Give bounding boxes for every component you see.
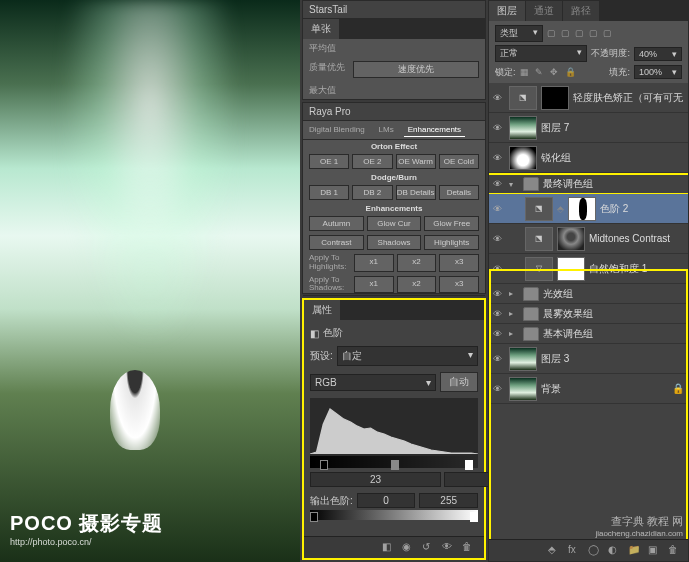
layer-mask-thumbnail[interactable] <box>557 227 585 251</box>
histogram[interactable] <box>310 398 478 468</box>
disclosure-triangle[interactable]: ▾ <box>509 180 519 189</box>
layer-name[interactable]: 基本调色组 <box>543 327 684 341</box>
visibility-toggle[interactable] <box>493 288 505 300</box>
white-point-handle[interactable] <box>465 460 473 470</box>
layer-item[interactable]: 锐化组 <box>489 143 688 173</box>
visibility-toggle[interactable] <box>493 383 505 395</box>
layer-group[interactable]: ▸光效组 <box>489 284 688 304</box>
layer-name[interactable]: 图层 7 <box>541 121 684 135</box>
rayapro-tab[interactable]: Enhancements <box>404 123 465 137</box>
rayapro-multiplier-button[interactable]: x3 <box>439 254 479 272</box>
layer-mask-thumbnail[interactable] <box>557 257 585 281</box>
disclosure-triangle[interactable]: ▸ <box>509 309 519 318</box>
adjustment-icon[interactable]: ◐ <box>608 544 622 558</box>
layer-thumbnail[interactable]: ⬔ <box>509 86 537 110</box>
layer-filter-txt-icon[interactable]: ▢ <box>575 28 586 39</box>
rayapro-button[interactable]: Contrast <box>309 235 364 250</box>
layer-item[interactable]: 图层 3 <box>489 344 688 374</box>
visibility-toggle[interactable] <box>493 328 505 340</box>
mask-icon[interactable]: ◯ <box>588 544 602 558</box>
output-white-handle[interactable] <box>470 512 478 522</box>
rayapro-button[interactable]: Details <box>439 185 479 200</box>
layer-thumbnail[interactable]: ⬔ <box>525 227 553 251</box>
layer-filter-shape-icon[interactable]: ▢ <box>589 28 600 39</box>
fill-input[interactable]: 100% ▾ <box>634 65 682 79</box>
layer-name[interactable]: 色阶 2 <box>600 202 684 216</box>
layer-item[interactable]: 图层 7 <box>489 113 688 143</box>
rayapro-button[interactable]: DB Details <box>396 185 436 200</box>
layer-group[interactable]: ▸基本调色组 <box>489 324 688 344</box>
auto-button[interactable]: 自动 <box>440 372 478 392</box>
layer-name[interactable]: 自然饱和度 1 <box>589 262 684 276</box>
visibility-toggle[interactable] <box>493 263 505 275</box>
starstail-button[interactable]: 速度优先 <box>353 61 479 78</box>
layers-panel-tab[interactable]: 图层 <box>489 1 526 21</box>
visibility-toggle[interactable] <box>493 308 505 320</box>
lock-all-icon[interactable]: 🔒 <box>565 67 576 78</box>
layer-name[interactable]: 最终调色组 <box>543 177 684 191</box>
layer-name[interactable]: 晨雾效果组 <box>543 307 684 321</box>
rayapro-button[interactable]: OE 1 <box>309 154 349 169</box>
opacity-input[interactable]: 40% ▾ <box>634 47 682 61</box>
visibility-toggle[interactable] <box>493 178 505 190</box>
layer-name[interactable]: Midtones Contrast <box>589 233 684 244</box>
visibility-toggle[interactable] <box>493 92 505 104</box>
rayapro-button[interactable]: OE Warm <box>396 154 436 169</box>
layer-thumbnail[interactable] <box>509 116 537 140</box>
layer-group[interactable]: ▾最终调色组 <box>489 173 688 194</box>
layer-mask-thumbnail[interactable] <box>509 146 537 170</box>
rayapro-multiplier-button[interactable]: x2 <box>397 254 437 272</box>
visibility-toggle[interactable] <box>493 203 505 215</box>
output-black-handle[interactable] <box>310 512 318 522</box>
visibility-icon[interactable]: 👁 <box>442 541 456 555</box>
layer-filter-adj-icon[interactable]: ▢ <box>561 28 572 39</box>
lock-position-icon[interactable]: ✥ <box>550 67 561 78</box>
layer-kind-dropdown[interactable]: 类型 ▾ <box>495 25 543 42</box>
rayapro-tab[interactable]: Digital Blending <box>305 123 369 137</box>
layer-name[interactable]: 轻度肤色矫正（可有可无） <box>573 91 684 105</box>
channel-dropdown[interactable]: RGB ▾ <box>310 374 436 391</box>
clip-icon[interactable]: ◧ <box>382 541 396 555</box>
rayapro-button[interactable]: DB 2 <box>352 185 392 200</box>
disclosure-triangle[interactable]: ▸ <box>509 329 519 338</box>
layer-list[interactable]: ⬔轻度肤色矫正（可有可无）图层 7锐化组▾最终调色组⬔⬘色阶 2⬔Midtone… <box>489 83 688 549</box>
lock-transparent-icon[interactable]: ▦ <box>520 67 531 78</box>
black-point-handle[interactable] <box>320 460 328 470</box>
black-point-input[interactable] <box>310 472 441 487</box>
rayapro-button[interactable]: OE 2 <box>352 154 392 169</box>
properties-tab[interactable]: 属性 <box>304 300 341 320</box>
rayapro-multiplier-button[interactable]: x1 <box>354 254 394 272</box>
layer-mask-thumbnail[interactable] <box>541 86 569 110</box>
midtone-handle[interactable] <box>391 460 399 470</box>
layers-panel-tab[interactable]: 通道 <box>526 1 563 21</box>
layer-name[interactable]: 背景 <box>541 382 668 396</box>
rayapro-button[interactable]: OE Cold <box>439 154 479 169</box>
group-icon[interactable]: 📁 <box>628 544 642 558</box>
output-black-input[interactable] <box>357 493 416 508</box>
starstail-tab[interactable]: 单张 <box>303 19 340 39</box>
layer-item[interactable]: ⬔Midtones Contrast <box>489 224 688 254</box>
layer-item[interactable]: ⬔⬘色阶 2 <box>489 194 688 224</box>
visibility-toggle[interactable] <box>493 353 505 365</box>
visibility-toggle[interactable] <box>493 233 505 245</box>
layer-filter-fx-icon[interactable]: ▢ <box>603 28 614 39</box>
blend-mode-dropdown[interactable]: 正常 ▾ <box>495 45 587 62</box>
disclosure-triangle[interactable]: ▸ <box>509 289 519 298</box>
layer-group[interactable]: ▸晨雾效果组 <box>489 304 688 324</box>
layer-name[interactable]: 锐化组 <box>541 151 684 165</box>
trash-icon[interactable]: 🗑 <box>462 541 476 555</box>
rayapro-multiplier-button[interactable]: x3 <box>439 276 479 294</box>
rayapro-button[interactable]: Glow Free <box>424 216 479 231</box>
layer-item[interactable]: 背景🔒 <box>489 374 688 404</box>
layer-mask-thumbnail[interactable] <box>568 197 596 221</box>
view-previous-icon[interactable]: ◉ <box>402 541 416 555</box>
layer-filter-img-icon[interactable]: ▢ <box>547 28 558 39</box>
link-layers-icon[interactable]: ⬘ <box>548 544 562 558</box>
visibility-toggle[interactable] <box>493 122 505 134</box>
delete-icon[interactable]: 🗑 <box>668 544 682 558</box>
layer-thumbnail[interactable] <box>509 347 537 371</box>
layer-name[interactable]: 图层 3 <box>541 352 684 366</box>
output-gradient[interactable] <box>310 510 478 520</box>
rayapro-button[interactable]: DB 1 <box>309 185 349 200</box>
layer-item[interactable]: ▽自然饱和度 1 <box>489 254 688 284</box>
